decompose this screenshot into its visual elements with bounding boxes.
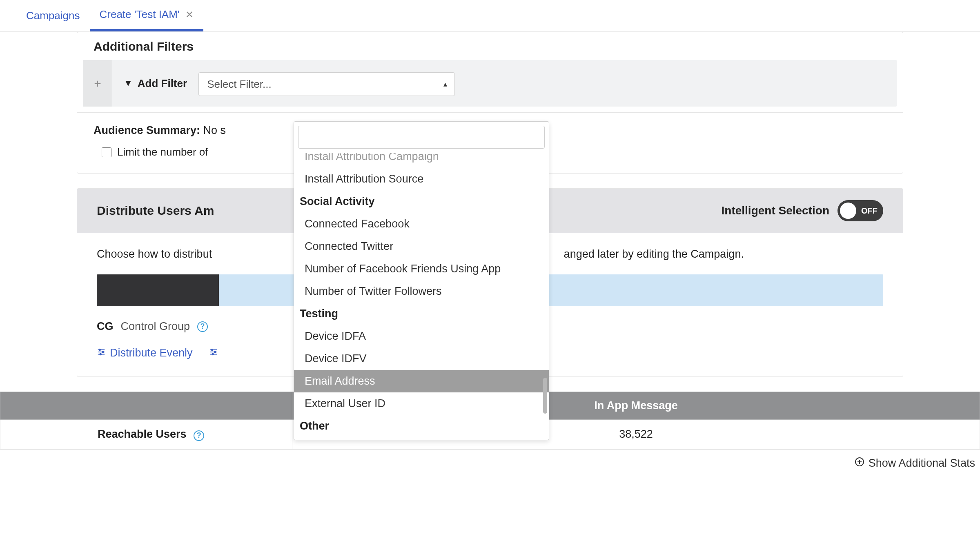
dropdown-item-install-attr-campaign[interactable]: Install Attribution Campaign xyxy=(294,153,549,168)
add-filter-label-wrap: ▼ Add Filter xyxy=(112,60,198,107)
svg-point-10 xyxy=(214,351,216,353)
distribute-title: Distribute Users Am xyxy=(97,204,214,218)
svg-point-3 xyxy=(99,349,101,350)
dropdown-group-social: Social Activity xyxy=(294,190,549,213)
show-additional-stats-text: Show Additional Stats xyxy=(869,457,975,470)
svg-point-4 xyxy=(102,351,104,353)
sliders-icon xyxy=(97,347,106,359)
dropdown-item-email-address[interactable]: Email Address xyxy=(294,370,549,392)
bar-segment-control[interactable] xyxy=(97,274,219,306)
distribute-evenly-link[interactable]: Distribute Evenly xyxy=(97,347,193,359)
help-icon[interactable]: ? xyxy=(197,321,208,332)
dropdown-item-device-idfa[interactable]: Device IDFA xyxy=(294,325,549,347)
intelligent-selection-wrap: Intelligent Selection OFF xyxy=(722,200,883,221)
dropdown-item-device-idfv[interactable]: Device IDFV xyxy=(294,347,549,370)
limit-label: Limit the number of xyxy=(117,146,208,158)
svg-point-11 xyxy=(212,353,214,355)
filter-select[interactable]: Select Filter... ▴ xyxy=(198,72,455,96)
sliders-icon xyxy=(209,347,218,359)
close-icon[interactable]: ✕ xyxy=(185,9,194,20)
distribute-desc-left: Choose how to distribut xyxy=(97,248,212,260)
filter-row: ＋ ▼ Add Filter Select Filter... ▴ xyxy=(83,60,897,107)
stats-row-reachable-label: Reachable Users ? xyxy=(0,420,292,450)
add-filter-plus-button[interactable]: ＋ xyxy=(83,60,112,107)
dropdown-group-testing: Testing xyxy=(294,303,549,325)
dropdown-list[interactable]: Install Attribution Campaign Install Att… xyxy=(294,153,549,440)
tab-create-iam[interactable]: Create 'Test IAM' ✕ xyxy=(90,0,203,31)
stats-col-blank xyxy=(0,392,292,420)
audience-summary-value: No s xyxy=(203,124,226,136)
help-icon[interactable]: ? xyxy=(194,430,204,441)
filter-icon: ▼ xyxy=(124,78,133,89)
plus-icon: ＋ xyxy=(92,76,103,91)
distribute-second-link[interactable] xyxy=(209,347,218,359)
dropdown-scrollbar-thumb[interactable] xyxy=(543,378,547,414)
tab-campaigns[interactable]: Campaigns xyxy=(16,0,90,31)
chevron-up-icon: ▴ xyxy=(443,80,447,89)
dropdown-item-tw-followers[interactable]: Number of Twitter Followers xyxy=(294,280,549,303)
intelligent-selection-toggle[interactable]: OFF xyxy=(837,200,883,221)
distribute-desc-right: anged later by editing the Campaign. xyxy=(564,248,744,260)
control-group-badge: CG xyxy=(97,320,114,333)
limit-checkbox[interactable] xyxy=(102,147,111,157)
audience-summary-label: Audience Summary: xyxy=(94,124,200,136)
footer: Show Additional Stats xyxy=(0,450,980,470)
dropdown-item-external-user-id[interactable]: External User ID xyxy=(294,392,549,415)
intelligent-selection-label: Intelligent Selection xyxy=(722,204,829,217)
add-filter-text: Add Filter xyxy=(138,77,187,90)
dropdown-group-other: Other xyxy=(294,415,549,437)
dropdown-item-install-attr-source[interactable]: Install Attribution Source xyxy=(294,168,549,190)
dropdown-item-fb-friends[interactable]: Number of Facebook Friends Using App xyxy=(294,258,549,280)
filters-card: Additional Filters ＋ ▼ Add Filter Select… xyxy=(77,32,903,174)
control-group-label: Control Group xyxy=(121,320,190,333)
reachable-users-text: Reachable Users xyxy=(98,428,187,440)
distribute-evenly-text: Distribute Evenly xyxy=(110,347,193,359)
tab-campaigns-label: Campaigns xyxy=(26,9,80,22)
filters-title: Additional Filters xyxy=(94,40,903,53)
tab-create-label: Create 'Test IAM' xyxy=(100,8,180,21)
dropdown-item-connected-twitter[interactable]: Connected Twitter xyxy=(294,235,549,258)
filter-dropdown: Install Attribution Campaign Install Att… xyxy=(294,121,549,440)
svg-point-9 xyxy=(211,349,213,350)
svg-point-5 xyxy=(100,353,101,355)
tab-bar: Campaigns Create 'Test IAM' ✕ xyxy=(0,0,980,32)
plus-circle-icon xyxy=(855,457,864,469)
dropdown-search-input[interactable] xyxy=(298,126,545,149)
filter-select-placeholder: Select Filter... xyxy=(207,78,272,91)
dropdown-item-connected-facebook[interactable]: Connected Facebook xyxy=(294,213,549,235)
show-additional-stats-link[interactable]: Show Additional Stats xyxy=(855,457,975,470)
toggle-knob xyxy=(840,203,856,219)
toggle-state-text: OFF xyxy=(861,206,878,216)
